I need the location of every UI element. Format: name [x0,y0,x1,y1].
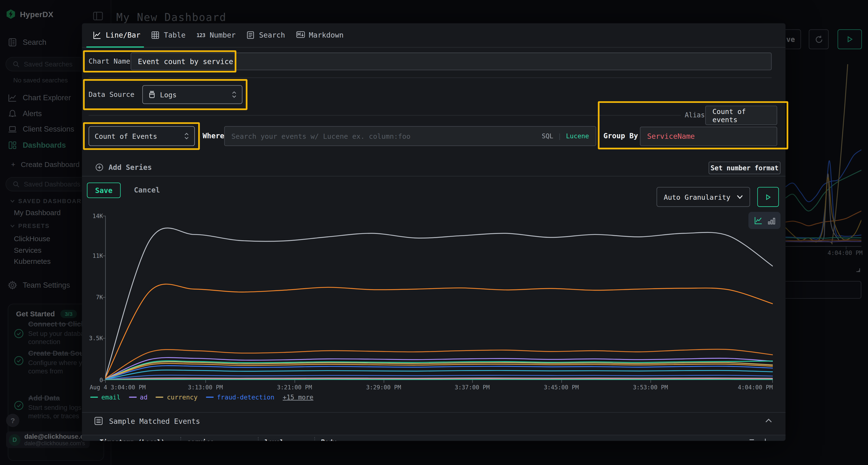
y-tick-label: 7K [84,294,103,300]
sample-events-header[interactable]: Sample Matched Events [94,417,200,426]
x-tick-label: 3:21:00 PM [277,384,312,391]
data-source-label: Data Source [89,85,134,104]
sql-mode-toggle[interactable]: SQL [542,132,553,140]
table-grid-icon [151,31,159,39]
tab-search[interactable]: Search [246,31,285,39]
legend-item-ad[interactable]: ad [129,393,148,401]
set-number-format-button[interactable]: Set number format [709,161,780,174]
tabs-divider [82,47,785,47]
column-header-level[interactable]: level [265,438,283,441]
plus-circle-icon [95,163,103,171]
lucene-mode-toggle[interactable]: Lucene [566,132,589,140]
group-by-input[interactable]: ServiceName [640,127,777,146]
row-divider [89,77,772,78]
alias-value: Count of events [712,107,770,124]
chart-name-label: Chart Name [89,53,130,70]
aggregation-select[interactable]: Count of Events [89,126,195,146]
line-chart-icon [93,31,101,39]
x-tick-label: 3:29:00 PM [366,384,401,391]
y-tick-label: 0 [84,377,103,384]
sort-icon[interactable] [749,438,756,441]
group-by-label: Group By [603,126,638,146]
where-label: Where [203,126,224,146]
list-icon [94,417,103,426]
legend-swatch [206,397,214,398]
legend-item-fraud-detection[interactable]: fraud-detection [206,393,274,401]
events-table-header: Timestamp (Local) service level Body [82,435,785,441]
legend-swatch [129,397,136,398]
legend-item-email[interactable]: email [90,393,120,401]
select-updown-icon [184,133,189,139]
chart-name-input[interactable]: Event count by service [131,53,772,70]
legend-swatch [90,397,98,398]
edit-chart-modal: Line/Bar Table 123 Number Search Markdow… [82,23,785,441]
legend-swatch [156,397,163,398]
where-placeholder: Search your events w/ Lucene ex. column:… [231,132,411,140]
search-doc-icon [246,31,255,39]
column-header-body[interactable]: Body [321,438,337,441]
legend-more-link[interactable]: +15 more [283,393,313,401]
alias-label: Alias [685,111,705,119]
tab-line-bar[interactable]: Line/Bar [93,31,141,39]
cancel-button[interactable]: Cancel [134,182,160,198]
main-chart[interactable] [105,215,773,380]
number-123-icon: 123 [196,32,205,38]
y-tick-label: 14K [84,212,103,219]
column-header-service[interactable]: service [187,438,214,441]
chevron-up-icon[interactable] [765,418,772,423]
alias-input[interactable]: Count of events [705,106,777,125]
select-updown-icon [232,91,236,98]
save-button[interactable]: Save [87,182,121,198]
where-search-input[interactable]: Search your events w/ Lucene ex. column:… [224,126,596,146]
group-by-value: ServiceName [647,132,695,140]
markdown-icon [296,31,304,39]
chart-name-value: Event count by service [138,57,233,66]
screen: HyperDX Search Saved Searches No saved s… [0,0,868,465]
x-tick-label: 3:13:00 PM [188,384,223,391]
aggregation-value: Count of Events [95,132,157,140]
legend-item-currency[interactable]: currency [156,393,197,401]
tab-table[interactable]: Table [151,31,186,39]
x-tick-label: 3:37:00 PM [455,384,490,391]
add-series-button[interactable]: Add Series [95,163,152,171]
y-tick-label: 11K [84,252,103,259]
tab-number[interactable]: 123 Number [196,31,236,39]
download-icon[interactable] [762,438,769,441]
y-tick-label: 3.5K [84,335,103,341]
x-tick-label: 4:04:00 PM [738,384,773,391]
x-tick-label: Aug 4 3:04:00 PM [90,384,146,391]
data-source-value: Logs [160,90,177,99]
run-query-button[interactable] [757,187,779,207]
granularity-select[interactable]: Auto Granularity [656,187,750,207]
database-icon [148,91,156,99]
chart-legend: email ad currency fraud-detection +15 mo… [90,393,313,401]
row-divider-alias-connector [89,115,681,115]
active-tab-underline [86,46,144,48]
column-header-timestamp[interactable]: Timestamp (Local) [100,438,165,441]
data-source-select[interactable]: Logs [142,85,243,104]
x-tick-label: 3:45:00 PM [544,384,579,391]
tab-markdown[interactable]: Markdown [296,31,344,39]
chevron-down-icon [737,195,743,199]
row-divider [82,176,785,176]
section-divider [82,412,785,412]
x-tick-label: 3:53:00 PM [633,384,668,391]
